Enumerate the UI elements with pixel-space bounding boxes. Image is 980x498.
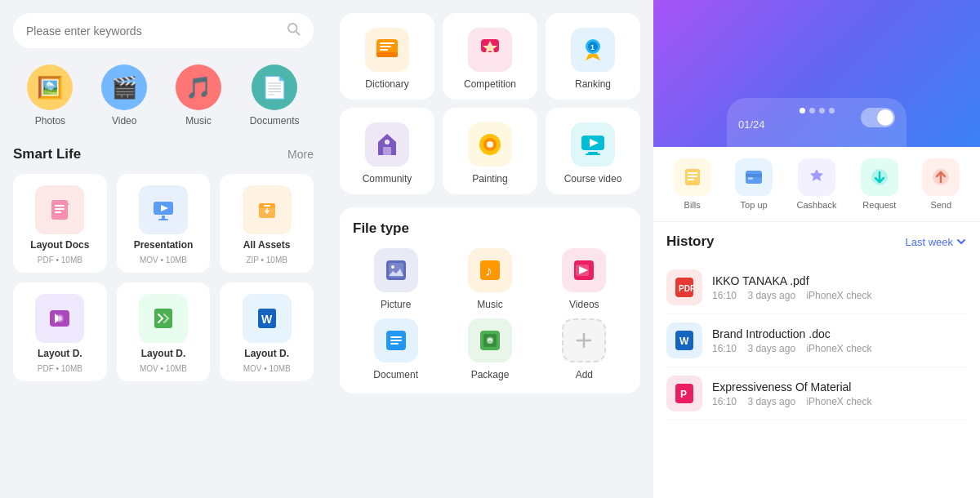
quick-item-video[interactable]: 🎬 Video: [101, 64, 147, 127]
file3-meta: MOV • 10MB: [140, 364, 187, 373]
quick-item-photos[interactable]: 🖼️ Photos: [27, 64, 73, 127]
file-card-4[interactable]: W Layout D. MOV • 10MB: [220, 282, 314, 381]
topup-label: Top up: [741, 200, 768, 210]
photos-icon: 🖼️: [27, 64, 73, 110]
smart-life-header: Smart Life More: [13, 146, 314, 162]
dictionary-label: Dictionary: [365, 78, 408, 90]
file4-name: Layout D.: [244, 348, 289, 359]
history-filter-button[interactable]: Last week: [905, 236, 967, 248]
smart-life-title: Smart Life: [13, 146, 81, 162]
file-card-all-assets[interactable]: All Assets ZIP • 10MB: [220, 174, 314, 273]
file-card-layout-docs[interactable]: Layout Docs PDF • 10MB: [13, 174, 107, 273]
exp-file-icon: P: [666, 376, 702, 411]
action-send[interactable]: Send: [922, 158, 960, 210]
file-card-2[interactable]: Layout D. PDF • 10MB: [13, 282, 107, 381]
painting-app-icon: [468, 122, 512, 167]
presentation-meta: MOV • 10MB: [140, 256, 187, 265]
app-course-video[interactable]: Course video: [546, 108, 640, 194]
app-painting[interactable]: Painting: [443, 108, 537, 194]
filetype-picture[interactable]: Picture: [353, 248, 439, 310]
music-filetype-icon: ♪: [468, 248, 512, 292]
action-cashback[interactable]: Cashback: [797, 158, 837, 210]
svg-rect-58: [688, 172, 697, 174]
app-dictionary[interactable]: Dictionary: [340, 13, 434, 100]
svg-rect-3: [55, 205, 65, 207]
action-bills[interactable]: Bills: [674, 158, 711, 210]
audio-icon: [35, 294, 84, 343]
add-icon: [562, 318, 606, 362]
svg-rect-38: [588, 152, 598, 153]
app-community[interactable]: Community: [340, 108, 434, 194]
pdf-file-icon: PDF: [666, 269, 702, 305]
file3-name: Layout D.: [141, 348, 186, 359]
svg-rect-4: [55, 208, 65, 210]
file4-meta: MOV • 10MB: [243, 364, 291, 373]
history-when-doc: 3 days ago: [747, 343, 795, 354]
quick-item-music[interactable]: 🎵 Music: [176, 64, 221, 127]
search-input[interactable]: [26, 24, 279, 38]
layout-docs-name: Layout Docs: [30, 239, 89, 251]
more-button[interactable]: More: [287, 148, 314, 161]
svg-rect-22: [376, 52, 398, 57]
dot-4: [829, 108, 835, 113]
videos-label: Videos: [569, 299, 599, 310]
history-header: History Last week: [666, 233, 967, 250]
painting-label: Painting: [472, 173, 507, 185]
word-icon: W: [243, 294, 292, 343]
svg-rect-25: [380, 49, 388, 51]
history-item-meta-doc: 16:10 3 days ago iPhoneX check: [712, 343, 967, 354]
presentation-icon: [139, 185, 188, 234]
community-app-icon: [365, 122, 409, 167]
history-item-info-pdf: IKKO TANAKA .pdf 16:10 3 days ago iPhone…: [712, 274, 967, 301]
search-icon: [286, 21, 301, 40]
svg-text:W: W: [679, 336, 689, 347]
svg-text:PDF: PDF: [679, 284, 695, 293]
history-item-name-exp: Expressiveness Of Material: [712, 380, 967, 394]
filetype-add[interactable]: Add: [541, 318, 627, 380]
svg-rect-8: [162, 216, 165, 219]
history-device-pdf: iPhoneX check: [806, 290, 871, 301]
music-label: Music: [185, 115, 211, 127]
right-panel: 01/24 Bills Top up Cashback Re: [653, 0, 980, 498]
action-topup[interactable]: Top up: [735, 158, 773, 210]
filetype-package[interactable]: Package: [447, 318, 532, 380]
app-ranking[interactable]: 1 Ranking: [546, 13, 640, 100]
svg-point-32: [385, 140, 390, 145]
file-grid: Layout Docs PDF • 10MB Presentation MOV …: [13, 174, 314, 381]
toggle-switch[interactable]: [861, 108, 895, 127]
dot-2: [809, 108, 815, 113]
videos-icon: [562, 248, 606, 292]
action-request[interactable]: Request: [861, 158, 898, 210]
history-item-meta-exp: 16:10 3 days ago iPhoneX check: [712, 396, 967, 407]
dot-3: [819, 108, 825, 113]
filetype-videos[interactable]: Videos: [541, 248, 627, 310]
course-video-app-icon: [571, 122, 615, 167]
app-competition[interactable]: Competition: [443, 13, 537, 100]
request-icon: [861, 158, 898, 196]
history-item-info-doc: Brand Introduction .doc 16:10 3 days ago…: [712, 327, 967, 354]
history-when-pdf: 3 days ago: [747, 290, 795, 301]
history-item-doc[interactable]: W Brand Introduction .doc 16:10 3 days a…: [666, 314, 967, 367]
svg-text:W: W: [261, 313, 273, 326]
mid-panel: Dictionary Competition 1 Ranking Communi…: [327, 0, 653, 498]
history-item-meta-pdf: 16:10 3 days ago iPhoneX check: [712, 290, 967, 301]
svg-rect-23: [380, 42, 394, 44]
search-bar[interactable]: [13, 13, 314, 48]
competition-label: Competition: [464, 78, 516, 90]
history-time-doc: 16:10: [712, 343, 737, 354]
history-item-pdf[interactable]: PDF IKKO TANAKA .pdf 16:10 3 days ago iP…: [666, 261, 967, 314]
request-label: Request: [862, 200, 896, 210]
quick-item-documents[interactable]: 📄 Documents: [250, 64, 300, 127]
file-card-3[interactable]: Layout D. MOV • 10MB: [117, 282, 211, 381]
svg-rect-63: [748, 177, 753, 180]
history-item-exp[interactable]: P Expressiveness Of Material 16:10 3 day…: [666, 367, 967, 420]
competition-app-icon: [468, 28, 512, 72]
filetype-music[interactable]: ♪ Music: [447, 248, 532, 310]
svg-text:1: 1: [590, 43, 595, 51]
filetype-document[interactable]: Document: [353, 318, 439, 380]
course-video-label: Course video: [564, 173, 622, 185]
file-card-presentation[interactable]: Presentation MOV • 10MB: [117, 174, 211, 273]
photos-label: Photos: [35, 115, 65, 127]
all-assets-name: All Assets: [243, 239, 291, 251]
documents-label: Documents: [250, 115, 300, 127]
